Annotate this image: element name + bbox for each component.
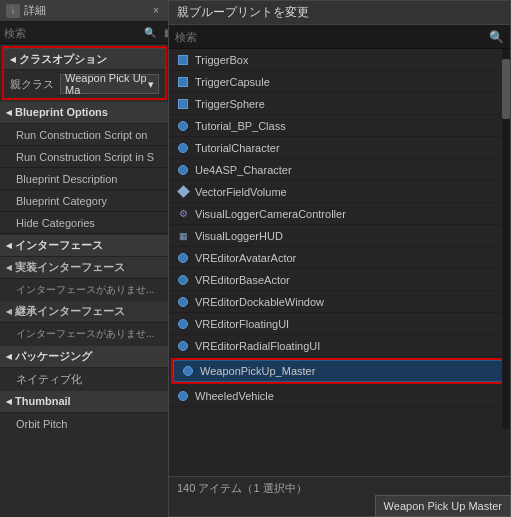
- dropdown-list: TriggerBox TriggerCapsule TriggerSphere …: [169, 49, 510, 429]
- blueprint-options-list: Run Construction Script on Run Construct…: [0, 124, 169, 234]
- item-label-5: Ue4ASP_Character: [195, 164, 292, 176]
- item-label-9: VREditorAvatarActor: [195, 252, 296, 264]
- orbit-pitch-row[interactable]: Orbit Pitch: [0, 413, 169, 435]
- option-row-3[interactable]: Blueprint Category: [0, 190, 169, 212]
- item-label-15: WheeledVehicle: [195, 390, 274, 402]
- item-icon-5: [175, 162, 191, 178]
- list-item-8[interactable]: ▦ VisualLoggerHUD: [169, 225, 510, 247]
- item-icon-7: ⚙: [175, 206, 191, 222]
- inherited-interfaces-note: インターフェースがありませ...: [0, 323, 169, 345]
- inherited-interfaces-header[interactable]: ◂ 継承インターフェース: [0, 301, 169, 323]
- list-item-1[interactable]: TriggerCapsule: [169, 71, 510, 93]
- item-label-12: VREditorFloatingUI: [195, 318, 289, 330]
- list-item-12[interactable]: VREditorFloatingUI: [169, 313, 510, 335]
- option-row-2[interactable]: Blueprint Description: [0, 168, 169, 190]
- list-item-7[interactable]: ⚙ VisualLoggerCameraController: [169, 203, 510, 225]
- item-icon-15: [175, 388, 191, 404]
- item-icon-12: [175, 316, 191, 332]
- item-icon-6: [175, 184, 191, 200]
- item-icon-11: [175, 294, 191, 310]
- parent-class-row: 親クラス Weapon Pick Up Ma ▾: [4, 70, 165, 98]
- interfaces-header: ◂ インターフェース: [0, 235, 169, 257]
- item-label-3: Tutorial_BP_Class: [195, 120, 286, 132]
- close-button[interactable]: ×: [149, 4, 163, 18]
- item-label-0: TriggerBox: [195, 54, 248, 66]
- scrollbar-track[interactable]: [502, 49, 510, 429]
- item-icon-13: [175, 338, 191, 354]
- dropdown-search-bar: 🔍: [169, 25, 510, 49]
- scrollbar-thumb[interactable]: [502, 59, 510, 119]
- list-item-10[interactable]: VREditorBaseActor: [169, 269, 510, 291]
- class-options-section: ◂ クラスオプション 親クラス Weapon Pick Up Ma ▾: [2, 46, 167, 100]
- list-item-15[interactable]: WheeledVehicle: [169, 385, 510, 407]
- item-label-8: VisualLoggerHUD: [195, 230, 283, 242]
- tooltip: Weapon Pick Up Master: [375, 495, 511, 517]
- item-label-4: TutorialCharacter: [195, 142, 280, 154]
- option-row-4[interactable]: Hide Categories: [0, 212, 169, 234]
- item-icon-4: [175, 140, 191, 156]
- item-label-7: VisualLoggerCameraController: [195, 208, 346, 220]
- list-item-4[interactable]: TutorialCharacter: [169, 137, 510, 159]
- dropdown-search-input[interactable]: [175, 31, 489, 43]
- dropdown-panel: 親ブループリントを変更 🔍 TriggerBox TriggerCapsule …: [168, 0, 511, 517]
- item-icon-0: [175, 52, 191, 68]
- item-label-10: VREditorBaseActor: [195, 274, 290, 286]
- list-item-14[interactable]: WeaponPickUp_Master: [173, 360, 506, 382]
- item-label-2: TriggerSphere: [195, 98, 265, 110]
- list-item-2[interactable]: TriggerSphere: [169, 93, 510, 115]
- list-item-5[interactable]: Ue4ASP_Character: [169, 159, 510, 181]
- search-icon[interactable]: 🔍: [142, 25, 158, 41]
- dropdown-title: 親ブループリントを変更: [169, 1, 510, 25]
- dropdown-search-icon[interactable]: 🔍: [489, 30, 504, 44]
- main-panel: i 詳細 × 🔍 ▦ ▾ ◂ クラスオプション 親クラス Weapon Pick…: [0, 0, 170, 517]
- option-row-1[interactable]: Run Construction Script in S: [0, 146, 169, 168]
- list-item-11[interactable]: VREditorDockableWindow: [169, 291, 510, 313]
- search-input[interactable]: [4, 27, 142, 39]
- item-icon-3: [175, 118, 191, 134]
- item-icon-2: [175, 96, 191, 112]
- item-label-14: WeaponPickUp_Master: [200, 365, 315, 377]
- blueprint-options-header: ◂ Blueprint Options: [0, 102, 169, 124]
- item-icon-9: [175, 250, 191, 266]
- title-bar: i 詳細 ×: [0, 0, 169, 22]
- list-item-0[interactable]: TriggerBox: [169, 49, 510, 71]
- list-item-6[interactable]: VectorFieldVolume: [169, 181, 510, 203]
- panel-title: 詳細: [24, 3, 149, 18]
- item-icon-10: [175, 272, 191, 288]
- item-label-11: VREditorDockableWindow: [195, 296, 324, 308]
- selected-item-wrapper: WeaponPickUp_Master: [171, 358, 508, 384]
- thumbnail-header: ◂ Thumbnail: [0, 391, 169, 413]
- search-bar: 🔍 ▦ ▾: [0, 22, 169, 44]
- item-icon-1: [175, 74, 191, 90]
- native-row[interactable]: ネイティブ化: [0, 368, 169, 390]
- option-row-0[interactable]: Run Construction Script on: [0, 124, 169, 146]
- implemented-interfaces-header[interactable]: ◂ 実装インターフェース: [0, 257, 169, 279]
- list-item-3[interactable]: Tutorial_BP_Class: [169, 115, 510, 137]
- item-label-1: TriggerCapsule: [195, 76, 270, 88]
- item-icon-14: [180, 363, 196, 379]
- class-options-header: ◂ クラスオプション: [4, 48, 165, 70]
- packaging-header: ◂ パッケージング: [0, 346, 169, 368]
- item-label-13: VREditorRadialFloatingUI: [195, 340, 320, 352]
- implemented-interfaces-note: インターフェースがありませ...: [0, 279, 169, 301]
- item-icon-8: ▦: [175, 228, 191, 244]
- list-item-13[interactable]: VREditorRadialFloatingUI: [169, 335, 510, 357]
- list-item-9[interactable]: VREditorAvatarActor: [169, 247, 510, 269]
- panel-icon: i: [6, 4, 20, 18]
- parent-class-label: 親クラス: [10, 77, 60, 92]
- parent-class-dropdown[interactable]: Weapon Pick Up Ma ▾: [60, 74, 159, 94]
- item-label-6: VectorFieldVolume: [195, 186, 287, 198]
